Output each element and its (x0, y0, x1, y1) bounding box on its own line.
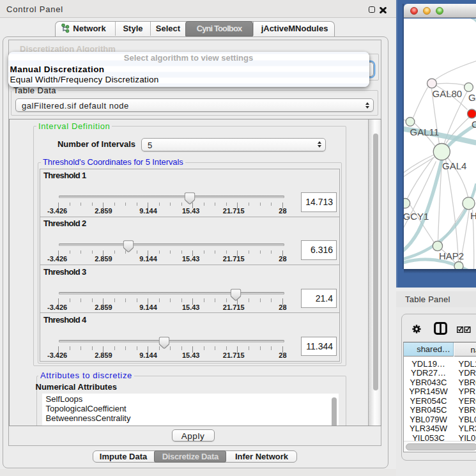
svg-text:GAL11: GAL11 (410, 127, 439, 137)
svg-text:HAP2: HAP2 (439, 250, 464, 261)
svg-text:GAL80: GAL80 (432, 88, 462, 98)
svg-text:C: C (472, 119, 476, 130)
svg-text:H: H (470, 210, 476, 221)
svg-text:GAL4: GAL4 (442, 160, 466, 171)
svg-text:GCY1: GCY1 (404, 211, 429, 222)
svg-text:GA: GA (468, 92, 476, 103)
